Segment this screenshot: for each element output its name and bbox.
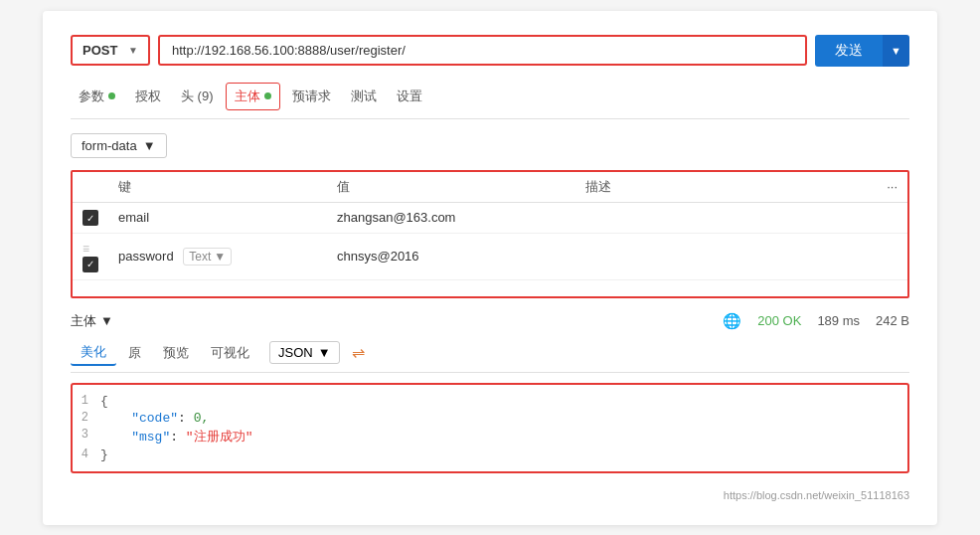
row1-checkbox[interactable]: ✓ — [82, 210, 98, 226]
status-size: 242 B — [876, 313, 909, 328]
type-chevron: ▼ — [214, 250, 226, 264]
tab-tests[interactable]: 测试 — [343, 84, 385, 109]
row1-key[interactable]: email — [108, 202, 327, 234]
line-content-3: "msg": "注册成功" — [100, 428, 252, 446]
line-content-2: "code": 0, — [100, 411, 209, 426]
type-label: Text — [189, 250, 211, 264]
status-ok: 200 OK — [757, 313, 801, 328]
footer-url-text: https://blog.csdn.net/weixin_51118163 — [724, 489, 909, 501]
code-line-3: 3 "msg": "注册成功" — [73, 427, 907, 446]
row2-value[interactable]: chnsys@2016 — [327, 234, 575, 280]
tab-params[interactable]: 参数 — [71, 84, 123, 109]
send-button[interactable]: 发送 — [815, 35, 883, 67]
row2-checkbox-cell: ≡ ✓ — [73, 234, 108, 280]
url-row: POST ▼ 发送 ▼ — [71, 35, 909, 67]
line-content-1: { — [100, 394, 108, 409]
format-label: JSON — [278, 345, 313, 360]
format-select[interactable]: JSON ▼ — [269, 341, 340, 364]
json-val-msg: "注册成功" — [186, 430, 253, 445]
json-val-code: 0, — [194, 411, 210, 426]
resp-tabs-row: 美化 原 预览 可视化 JSON ▼ ⇌ — [71, 340, 909, 373]
status-badges: 🌐 200 OK 189 ms 242 B — [723, 312, 909, 330]
tab-headers[interactable]: 头 (9) — [173, 84, 222, 109]
tab-params-dot — [108, 92, 115, 99]
json-key-code: "code" — [131, 411, 178, 426]
url-input[interactable] — [158, 35, 807, 66]
tab-params-label: 参数 — [79, 88, 104, 105]
wrap-icon[interactable]: ⇌ — [352, 343, 365, 362]
tab-auth[interactable]: 授权 — [127, 84, 169, 109]
tab-headers-label: 头 (9) — [181, 88, 214, 105]
tab-body[interactable]: 主体 — [226, 83, 280, 110]
th-checkbox — [73, 172, 108, 203]
code-line-2: 2 "code": 0, — [73, 410, 907, 427]
resp-tab-preview[interactable]: 预览 — [153, 341, 199, 365]
tabs-row: 参数 授权 头 (9) 主体 预请求 测试 设置 — [71, 83, 909, 119]
drag-handle[interactable]: ≡ — [82, 242, 89, 256]
th-desc: 描述 — [575, 172, 877, 203]
th-value: 值 — [327, 172, 575, 203]
params-table: 键 值 描述 ··· ✓ email zhangsan@163.com — [73, 172, 907, 280]
body-type-row: form-data ▼ — [71, 133, 909, 158]
body-type-chevron: ▼ — [143, 138, 156, 153]
format-chevron: ▼ — [318, 345, 331, 360]
tab-settings-label: 设置 — [397, 88, 422, 105]
tab-body-label: 主体 — [235, 88, 260, 105]
method-chevron: ▼ — [128, 45, 138, 56]
row2-desc[interactable] — [575, 234, 877, 280]
tab-prerequest[interactable]: 预请求 — [284, 84, 339, 109]
resp-tab-raw[interactable]: 原 — [118, 341, 151, 365]
code-line-1: 1 { — [73, 393, 907, 410]
type-badge[interactable]: Text ▼ — [183, 248, 232, 266]
main-container: POST ▼ 发送 ▼ 参数 授权 头 (9) 主体 预请求 测试 — [43, 11, 937, 525]
tab-auth-label: 授权 — [135, 88, 161, 105]
response-header: 主体 ▼ 🌐 200 OK 189 ms 242 B — [71, 312, 909, 330]
params-table-wrapper: 键 值 描述 ··· ✓ email zhangsan@163.com — [71, 170, 909, 298]
tab-tests-label: 测试 — [351, 88, 377, 105]
resp-tab-visualize[interactable]: 可视化 — [201, 341, 259, 365]
th-key: 键 — [108, 172, 327, 203]
tab-settings[interactable]: 设置 — [389, 84, 430, 109]
row1-more — [877, 202, 907, 234]
send-button-arrow[interactable]: ▼ — [883, 35, 909, 67]
line-content-4: } — [100, 447, 108, 462]
line-num-3: 3 — [73, 428, 100, 442]
body-type-label: form-data — [82, 138, 137, 153]
response-label[interactable]: 主体 ▼ — [71, 312, 113, 330]
footer-url: https://blog.csdn.net/weixin_51118163 — [71, 489, 909, 501]
response-chevron: ▼ — [100, 313, 113, 328]
row2-key[interactable]: password Text ▼ — [108, 234, 327, 280]
json-key-msg: "msg" — [131, 430, 170, 445]
tab-prerequest-label: 预请求 — [292, 88, 331, 105]
table-row: ≡ ✓ password Text ▼ chnsys@2016 — [73, 234, 907, 280]
row1-checkbox-cell: ✓ — [73, 202, 108, 234]
table-row: ✓ email zhangsan@163.com — [73, 202, 907, 234]
method-select[interactable]: POST ▼ — [71, 35, 150, 66]
globe-icon: 🌐 — [723, 312, 741, 330]
line-num-2: 2 — [73, 411, 100, 425]
code-block: 1 { 2 "code": 0, 3 "msg": "注册成功" 4 } — [71, 383, 909, 473]
row2-checkbox[interactable]: ✓ — [82, 257, 98, 272]
tab-body-dot — [264, 92, 271, 99]
line-num-1: 1 — [73, 394, 100, 408]
th-more: ··· — [877, 172, 907, 203]
line-num-4: 4 — [73, 447, 100, 461]
row1-desc[interactable] — [575, 202, 877, 234]
code-line-4: 4 } — [73, 446, 907, 463]
resp-tab-beautify[interactable]: 美化 — [71, 340, 116, 366]
row1-value[interactable]: zhangsan@163.com — [327, 202, 575, 234]
response-label-text: 主体 — [71, 312, 96, 330]
body-type-button[interactable]: form-data ▼ — [71, 133, 167, 158]
row2-more — [877, 234, 907, 280]
method-label: POST — [82, 43, 117, 58]
status-time: 189 ms — [817, 313, 860, 328]
send-button-group: 发送 ▼ — [815, 35, 909, 67]
